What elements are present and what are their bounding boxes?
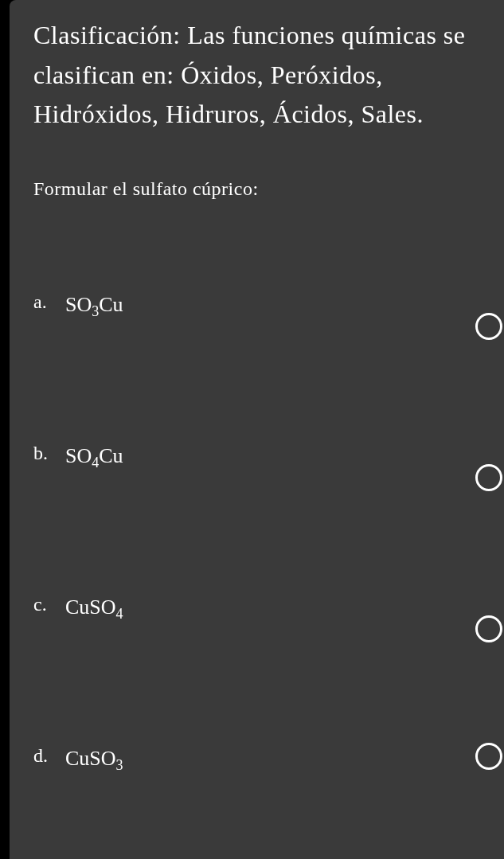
radio-a[interactable] <box>475 313 502 340</box>
question-prompt: Formular el sulfato cúprico: <box>33 174 488 203</box>
option-c: c. CuSO4 <box>33 593 488 633</box>
radio-c[interactable] <box>475 615 502 642</box>
option-formula: CuSO4 <box>65 593 123 623</box>
option-d: d. CuSO3 <box>33 744 488 784</box>
radio-d[interactable] <box>475 743 502 770</box>
option-formula: SO4Cu <box>65 442 123 472</box>
option-letter: c. <box>33 593 65 616</box>
option-b: b. SO4Cu <box>33 442 488 482</box>
option-a: a. SO3Cu <box>33 291 488 330</box>
option-letter: a. <box>33 291 65 314</box>
classification-heading: Clasificación: Las funciones químicas se… <box>33 16 488 135</box>
options-list: a. SO3Cu b. SO4Cu c. CuSO4 d. CuSO3 e. C… <box>33 291 488 859</box>
option-formula: SO3Cu <box>65 291 123 321</box>
option-letter: b. <box>33 442 65 465</box>
option-letter: d. <box>33 744 65 767</box>
question-panel: Clasificación: Las funciones químicas se… <box>10 0 504 859</box>
option-formula: CuSO3 <box>65 744 123 775</box>
radio-b[interactable] <box>475 464 502 491</box>
